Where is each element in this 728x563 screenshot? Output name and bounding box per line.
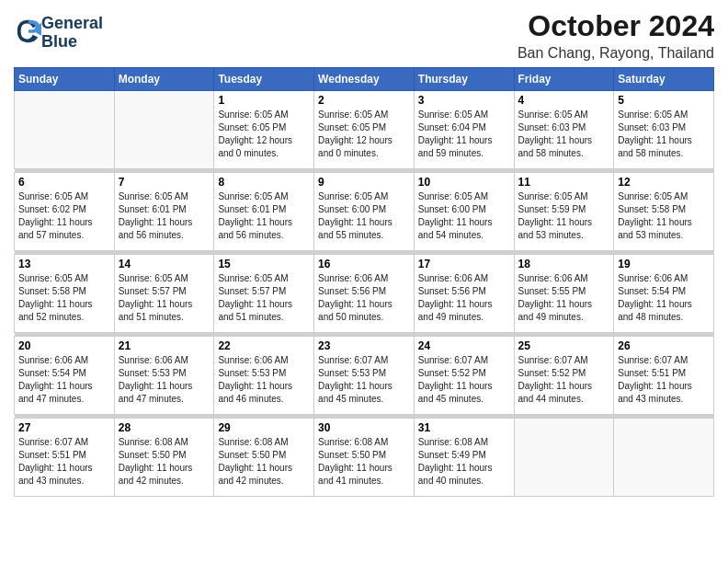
calendar-cell: 30Sunrise: 6:08 AMSunset: 5:50 PMDayligh…	[314, 419, 415, 497]
day-info: Sunrise: 6:06 AMSunset: 5:56 PMDaylight:…	[318, 272, 410, 324]
calendar-cell: 9Sunrise: 6:05 AMSunset: 6:00 PMDaylight…	[314, 173, 415, 251]
day-info: Sunrise: 6:05 AMSunset: 6:00 PMDaylight:…	[318, 190, 410, 242]
calendar-cell: 25Sunrise: 6:07 AMSunset: 5:52 PMDayligh…	[514, 337, 614, 415]
day-info: Sunrise: 6:05 AMSunset: 5:58 PMDaylight:…	[18, 272, 110, 324]
calendar-cell: 11Sunrise: 6:05 AMSunset: 5:59 PMDayligh…	[514, 173, 614, 251]
day-number: 15	[218, 258, 310, 270]
day-info: Sunrise: 6:05 AMSunset: 6:01 PMDaylight:…	[218, 190, 310, 242]
calendar-cell: 13Sunrise: 6:05 AMSunset: 5:58 PMDayligh…	[15, 255, 115, 333]
calendar-cell: 15Sunrise: 6:05 AMSunset: 5:57 PMDayligh…	[214, 255, 314, 333]
calendar-cell: 28Sunrise: 6:08 AMSunset: 5:50 PMDayligh…	[114, 419, 214, 497]
location-title: Ban Chang, Rayong, Thailand	[518, 45, 714, 62]
weekday-header-sunday: Sunday	[15, 68, 115, 91]
day-number: 20	[18, 339, 110, 352]
weekday-header-tuesday: Tuesday	[214, 68, 314, 91]
calendar-cell: 16Sunrise: 6:06 AMSunset: 5:56 PMDayligh…	[314, 255, 415, 333]
calendar-cell: 1Sunrise: 6:05 AMSunset: 6:05 PMDaylight…	[214, 91, 314, 169]
day-info: Sunrise: 6:07 AMSunset: 5:51 PMDaylight:…	[18, 436, 110, 488]
day-number: 12	[618, 176, 710, 189]
calendar-cell: 21Sunrise: 6:06 AMSunset: 5:53 PMDayligh…	[114, 337, 214, 415]
day-info: Sunrise: 6:05 AMSunset: 6:02 PMDaylight:…	[18, 190, 110, 242]
day-info: Sunrise: 6:07 AMSunset: 5:51 PMDaylight:…	[618, 354, 710, 406]
day-info: Sunrise: 6:06 AMSunset: 5:55 PMDaylight:…	[518, 272, 610, 324]
weekday-header-monday: Monday	[114, 68, 214, 91]
day-number: 22	[218, 339, 310, 352]
month-title: October 2024	[518, 9, 714, 43]
calendar-table: SundayMondayTuesdayWednesdayThursdayFrid…	[14, 67, 714, 497]
weekday-header-row: SundayMondayTuesdayWednesdayThursdayFrid…	[15, 68, 714, 91]
calendar-cell: 3Sunrise: 6:05 AMSunset: 6:04 PMDaylight…	[414, 91, 514, 169]
day-number: 27	[18, 421, 110, 434]
day-number: 26	[618, 339, 710, 352]
day-info: Sunrise: 6:05 AMSunset: 5:57 PMDaylight:…	[119, 272, 210, 324]
day-info: Sunrise: 6:07 AMSunset: 5:53 PMDaylight:…	[318, 354, 410, 406]
calendar-cell	[114, 91, 214, 169]
calendar-cell: 17Sunrise: 6:06 AMSunset: 5:56 PMDayligh…	[414, 255, 514, 333]
day-info: Sunrise: 6:05 AMSunset: 6:04 PMDaylight:…	[418, 109, 510, 160]
day-info: Sunrise: 6:05 AMSunset: 5:58 PMDaylight:…	[618, 190, 710, 242]
day-number: 21	[119, 339, 210, 352]
day-number: 23	[318, 339, 410, 352]
calendar-cell: 6Sunrise: 6:05 AMSunset: 6:02 PMDaylight…	[15, 173, 115, 251]
calendar-cell: 12Sunrise: 6:05 AMSunset: 5:58 PMDayligh…	[614, 173, 714, 251]
calendar-cell: 18Sunrise: 6:06 AMSunset: 5:55 PMDayligh…	[514, 255, 614, 333]
calendar-cell: 22Sunrise: 6:06 AMSunset: 5:53 PMDayligh…	[214, 337, 314, 415]
day-number: 6	[18, 176, 110, 189]
calendar-cell: 24Sunrise: 6:07 AMSunset: 5:52 PMDayligh…	[414, 337, 514, 415]
calendar-cell: 31Sunrise: 6:08 AMSunset: 5:49 PMDayligh…	[414, 419, 514, 497]
day-info: Sunrise: 6:05 AMSunset: 6:05 PMDaylight:…	[218, 109, 310, 160]
day-info: Sunrise: 6:08 AMSunset: 5:50 PMDaylight:…	[318, 436, 410, 488]
day-number: 13	[18, 258, 110, 270]
week-row-5: 27Sunrise: 6:07 AMSunset: 5:51 PMDayligh…	[15, 419, 714, 497]
day-info: Sunrise: 6:07 AMSunset: 5:52 PMDaylight:…	[418, 354, 510, 406]
day-number: 3	[418, 94, 510, 107]
day-number: 9	[318, 176, 410, 189]
week-row-2: 6Sunrise: 6:05 AMSunset: 6:02 PMDaylight…	[15, 173, 714, 251]
calendar-cell	[15, 91, 115, 169]
day-info: Sunrise: 6:06 AMSunset: 5:54 PMDaylight:…	[618, 272, 710, 324]
weekday-header-thursday: Thursday	[414, 68, 514, 91]
day-info: Sunrise: 6:05 AMSunset: 6:01 PMDaylight:…	[119, 190, 210, 242]
day-info: Sunrise: 6:05 AMSunset: 6:05 PMDaylight:…	[318, 109, 410, 160]
calendar-cell: 26Sunrise: 6:07 AMSunset: 5:51 PMDayligh…	[614, 337, 714, 415]
week-row-1: 1Sunrise: 6:05 AMSunset: 6:05 PMDaylight…	[15, 91, 714, 169]
day-info: Sunrise: 6:06 AMSunset: 5:53 PMDaylight:…	[218, 354, 310, 406]
calendar-cell: 27Sunrise: 6:07 AMSunset: 5:51 PMDayligh…	[15, 419, 115, 497]
day-number: 8	[218, 176, 310, 189]
day-number: 16	[318, 258, 410, 270]
calendar-cell	[614, 419, 714, 497]
logo-text: General Blue	[41, 15, 103, 52]
week-row-3: 13Sunrise: 6:05 AMSunset: 5:58 PMDayligh…	[15, 255, 714, 333]
day-number: 28	[119, 421, 210, 434]
day-number: 30	[318, 421, 410, 434]
calendar-cell: 5Sunrise: 6:05 AMSunset: 6:03 PMDaylight…	[614, 91, 714, 169]
day-number: 4	[518, 94, 610, 107]
day-info: Sunrise: 6:08 AMSunset: 5:49 PMDaylight:…	[418, 436, 510, 488]
day-number: 19	[618, 258, 710, 270]
day-info: Sunrise: 6:07 AMSunset: 5:52 PMDaylight:…	[518, 354, 610, 406]
day-info: Sunrise: 6:06 AMSunset: 5:56 PMDaylight:…	[418, 272, 510, 324]
day-info: Sunrise: 6:05 AMSunset: 5:59 PMDaylight:…	[518, 190, 610, 242]
logo-icon	[16, 18, 41, 44]
calendar-cell: 2Sunrise: 6:05 AMSunset: 6:05 PMDaylight…	[314, 91, 415, 169]
day-number: 14	[119, 258, 210, 270]
weekday-header-friday: Friday	[514, 68, 614, 91]
day-number: 2	[318, 94, 410, 107]
calendar-cell: 4Sunrise: 6:05 AMSunset: 6:03 PMDaylight…	[514, 91, 614, 169]
day-number: 10	[418, 176, 510, 189]
day-number: 1	[218, 94, 310, 107]
day-info: Sunrise: 6:06 AMSunset: 5:53 PMDaylight:…	[119, 354, 210, 406]
week-row-4: 20Sunrise: 6:06 AMSunset: 5:54 PMDayligh…	[15, 337, 714, 415]
day-number: 11	[518, 176, 610, 189]
logo: General Blue	[14, 15, 103, 52]
day-info: Sunrise: 6:05 AMSunset: 6:00 PMDaylight:…	[418, 190, 510, 242]
calendar-cell	[514, 419, 614, 497]
day-number: 5	[618, 94, 710, 107]
calendar-cell: 20Sunrise: 6:06 AMSunset: 5:54 PMDayligh…	[15, 337, 115, 415]
page-header: General Blue October 2024 Ban Chang, Ray…	[14, 9, 714, 62]
day-info: Sunrise: 6:05 AMSunset: 6:03 PMDaylight:…	[618, 109, 710, 160]
weekday-header-saturday: Saturday	[614, 68, 714, 91]
day-number: 25	[518, 339, 610, 352]
title-block: October 2024 Ban Chang, Rayong, Thailand	[518, 9, 714, 62]
day-number: 24	[418, 339, 510, 352]
